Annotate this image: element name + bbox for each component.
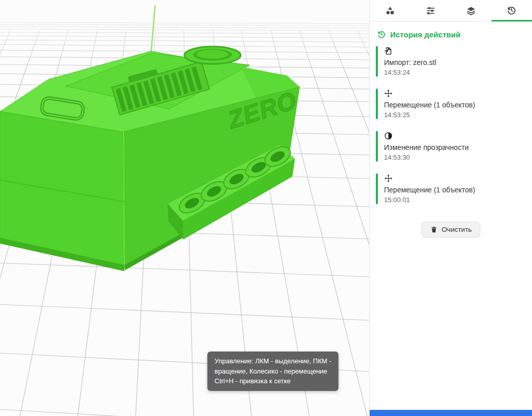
move-icon — [384, 89, 524, 98]
history-item-time: 14:53:25 — [384, 111, 524, 119]
trash-icon — [430, 226, 438, 233]
history-item-time: 14:53:30 — [384, 154, 524, 161]
3d-viewport[interactable]: ZERO Управление: ЛКМ - выделение, ПКМ - … — [0, 0, 369, 416]
layers-icon — [466, 6, 476, 16]
panel-header: История действий — [377, 30, 532, 39]
sidebar-tabbar — [370, 0, 532, 21]
clear-history-button[interactable]: Очистить — [421, 222, 481, 237]
sidebar-panel: История действий Импорт: zero.stl 14:53:… — [369, 0, 532, 416]
tooltip-line: Ctrl+H - привязка к сетке — [215, 376, 331, 386]
model-antenna — [151, 5, 155, 53]
tab-objects[interactable] — [370, 0, 410, 21]
tooltip-line: Управление: ЛКМ - выделение, ПКМ - — [215, 356, 331, 366]
transparency-icon — [384, 132, 524, 140]
shapes-icon — [385, 6, 395, 16]
history-item-title: Перемещение (1 объектов) — [384, 101, 524, 109]
app-window: ZERO Управление: ЛКМ - выделение, ПКМ - … — [0, 0, 532, 416]
history-item-title: Изменение прозрачности — [384, 143, 524, 151]
history-list: Импорт: zero.stl 14:53:24 Перемещение (1… — [370, 46, 532, 204]
history-item[interactable]: Перемещение (1 объектов) 15:00:01 — [376, 173, 524, 204]
history-item[interactable]: Изменение прозрачности 14:53:30 — [376, 131, 524, 162]
clear-button-label: Очистить — [442, 226, 472, 233]
history-item[interactable]: Импорт: zero.stl 14:53:24 — [376, 46, 524, 77]
bottom-bar[interactable] — [370, 410, 532, 416]
history-icon — [506, 5, 517, 15]
tab-layers[interactable] — [451, 0, 492, 21]
history-item[interactable]: Перемещение (1 объектов) 14:53:25 — [376, 89, 524, 119]
controls-tooltip: Управление: ЛКМ - выделение, ПКМ - враще… — [207, 352, 338, 391]
tab-history[interactable] — [492, 0, 532, 21]
history-item-time: 14:53:24 — [384, 69, 524, 76]
tab-settings[interactable] — [410, 0, 451, 21]
panel-title: История действий — [390, 30, 460, 39]
tooltip-line: вращение, Колесико - перемещение — [215, 366, 331, 377]
history-item-title: Перемещение (1 объектов) — [384, 186, 524, 194]
model-port — [184, 47, 241, 64]
import-icon — [384, 47, 524, 55]
history-item-time: 15:00:01 — [384, 196, 524, 204]
sliders-icon — [425, 6, 436, 16]
history-icon — [377, 30, 386, 39]
move-icon — [384, 174, 524, 183]
history-item-title: Импорт: zero.stl — [384, 58, 524, 67]
